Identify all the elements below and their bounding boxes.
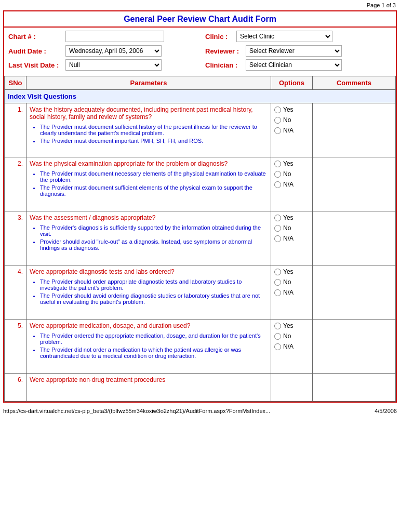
param-bullets: The Provider must document necessary ele… [30, 170, 268, 197]
comment-textarea[interactable] [316, 106, 392, 153]
bullet-item: The Provider must document sufficient el… [40, 184, 268, 197]
clinician-select[interactable]: Select Clinician [246, 59, 342, 71]
section-title: Index Visit Questions [5, 90, 396, 103]
table-row: 3. Was the assessment / diagnosis approp… [5, 211, 396, 265]
radio-na[interactable]: N/A [274, 127, 309, 134]
options-cell: Yes No N/A [271, 265, 313, 320]
param-cell: Was the physical examination appropriate… [26, 157, 271, 211]
radio-no-input[interactable] [274, 171, 281, 178]
radio-no-input[interactable] [274, 279, 281, 286]
row-number: 1. [5, 103, 26, 157]
section-header-row: Index Visit Questions [5, 90, 396, 103]
radio-yes-input[interactable] [274, 323, 281, 329]
table-row: 6. Were appropriate non-drug treatment p… [5, 374, 396, 402]
last-visit-select[interactable]: Null [65, 59, 162, 71]
options-cell: Yes No N/A [271, 320, 313, 374]
status-date: 4/5/2006 [375, 408, 397, 414]
radio-no-input[interactable] [274, 117, 281, 124]
radio-yes[interactable]: Yes [274, 106, 309, 113]
bullet-item: The Provider should order appropriate di… [40, 278, 268, 291]
reviewer-select[interactable]: Select Reviewer [246, 45, 342, 57]
param-cell: Was the assessment / diagnosis appropria… [26, 211, 271, 265]
bullet-item: The Provider's diagnosis is sufficiently… [40, 224, 268, 237]
bullet-item: The Provider must document sufficient hi… [40, 124, 268, 136]
bullet-item: The Provider must document important PMH… [40, 138, 268, 144]
clinic-label: Clinic : [205, 33, 236, 41]
radio-na[interactable]: N/A [274, 235, 309, 242]
param-bullets: The Provider ordered the appropriate med… [30, 332, 268, 359]
radio-na[interactable]: N/A [274, 289, 309, 296]
form-header: Chart # : Clinic : Select Clinic Audit D… [4, 28, 396, 74]
radio-yes-input[interactable] [274, 107, 281, 113]
page-number: Page 1 of 3 [0, 0, 400, 9]
param-cell: Were appropriate medication, dosage, and… [26, 320, 271, 374]
param-cell: Were appropriate non-drug treatment proc… [26, 374, 271, 402]
radio-group: Yes No N/A [274, 160, 309, 188]
comments-cell [313, 157, 396, 211]
radio-no-input[interactable] [274, 333, 281, 340]
audit-date-label: Audit Date : [8, 47, 65, 55]
comment-textarea[interactable] [316, 214, 392, 261]
comment-textarea[interactable] [316, 322, 392, 369]
form-container: General Peer Review Chart Audit Form Cha… [3, 10, 397, 403]
radio-no[interactable]: No [274, 116, 309, 124]
param-question: Were appropriate diagnostic tests and la… [30, 268, 268, 275]
radio-yes[interactable]: Yes [274, 268, 309, 275]
comments-cell [313, 265, 396, 320]
bullet-item: The Provider ordered the appropriate med… [40, 332, 268, 345]
radio-yes[interactable]: Yes [274, 160, 309, 167]
comments-cell [313, 374, 396, 402]
comment-textarea[interactable] [316, 160, 392, 207]
radio-no[interactable]: No [274, 332, 309, 340]
radio-yes[interactable]: Yes [274, 214, 309, 221]
bullet-item: The Provider did not order a medication … [40, 347, 268, 359]
radio-no[interactable]: No [274, 278, 309, 286]
radio-yes-input[interactable] [274, 269, 281, 275]
comments-cell [313, 320, 396, 374]
radio-na[interactable]: N/A [274, 181, 309, 188]
th-options: Options [271, 76, 313, 90]
radio-yes-input[interactable] [274, 215, 281, 221]
radio-na[interactable]: N/A [274, 343, 309, 350]
radio-na-input[interactable] [274, 289, 281, 296]
radio-group: Yes No N/A [274, 214, 309, 242]
options-cell [271, 374, 313, 402]
comment-textarea[interactable] [316, 376, 392, 397]
comments-cell [313, 211, 396, 265]
chart-input[interactable] [65, 31, 164, 42]
table-row: 2. Was the physical examination appropri… [5, 157, 396, 211]
param-bullets: The Provider must document sufficient hi… [30, 124, 268, 144]
table-row: 4. Were appropriate diagnostic tests and… [5, 265, 396, 320]
radio-group: Yes No N/A [274, 322, 309, 350]
audit-table: SNo Parameters Options Comments Index Vi… [4, 76, 396, 402]
th-comments: Comments [313, 76, 396, 90]
audit-date-select[interactable]: Wednesday, April 05, 2006 [65, 45, 162, 57]
comments-cell [313, 103, 396, 157]
th-sno: SNo [5, 76, 26, 90]
radio-na-input[interactable] [274, 343, 281, 350]
bullet-item: The Provider must document necessary ele… [40, 170, 268, 183]
radio-na-input[interactable] [274, 127, 281, 134]
radio-no-input[interactable] [274, 225, 281, 232]
radio-no[interactable]: No [274, 224, 309, 232]
radio-no[interactable]: No [274, 170, 309, 178]
param-bullets: The Provider's diagnosis is sufficiently… [30, 224, 268, 251]
status-url: https://cs-dart.virtualchc.net/cs-pip_be… [3, 408, 270, 414]
options-cell: Yes No N/A [271, 157, 313, 211]
radio-yes-input[interactable] [274, 161, 281, 167]
options-cell: Yes No N/A [271, 103, 313, 157]
clinic-select[interactable]: Select Clinic [236, 31, 332, 42]
bullet-item: The Provider should avoid ordering diagn… [40, 292, 268, 305]
radio-na-input[interactable] [274, 181, 281, 188]
radio-group: Yes No N/A [274, 106, 309, 134]
param-question: Was the history adequately documented, i… [30, 106, 268, 121]
param-cell: Were appropriate diagnostic tests and la… [26, 265, 271, 320]
comment-textarea[interactable] [316, 268, 392, 315]
bullet-item: Provider should avoid "rule-out" as a di… [40, 238, 268, 251]
options-cell: Yes No N/A [271, 211, 313, 265]
param-question: Were appropriate medication, dosage, and… [30, 322, 268, 329]
radio-yes[interactable]: Yes [274, 322, 309, 329]
chart-label: Chart # : [8, 33, 65, 41]
row-number: 3. [5, 211, 26, 265]
radio-na-input[interactable] [274, 235, 281, 242]
